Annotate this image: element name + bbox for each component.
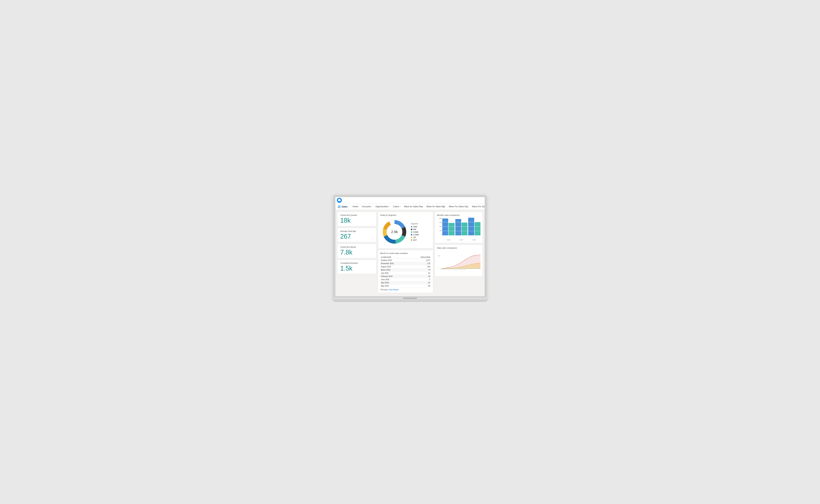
completed-activities-card: Completed Activities 1.5k <box>337 260 376 274</box>
svg-text:1: 1 <box>440 269 441 270</box>
nav-item-wave-ops[interactable]: Wave For Sales Ops <box>447 204 470 210</box>
smb-dot <box>411 226 412 227</box>
legend-item-ent: ENT <box>411 239 419 241</box>
chevron-down-icon: ▾ <box>371 206 372 207</box>
donut-legend: Segment SMB MM ESMB <box>411 223 419 241</box>
svg-text:19: 19 <box>455 269 456 270</box>
bar-chart-wrapper: 0 200 400 600 800 <box>437 218 480 241</box>
nav-items: Home Accounts ▾ Opportunities ▾ Cases ▾ … <box>351 204 487 210</box>
completed-activities-label: Completed Activities <box>340 262 373 264</box>
closed-month-card: Closed this Month 7.8k <box>337 244 376 258</box>
table-row: April 2016-37 <box>380 281 431 284</box>
nav-item-home[interactable]: Home <box>351 204 360 210</box>
completed-activities-value: 1.5k <box>340 265 373 272</box>
nav-item-opportunities[interactable]: Opportunities ▾ <box>374 204 391 210</box>
table-title: Month on month sales evolution <box>380 252 431 254</box>
table-row: February 201632 <box>380 275 431 278</box>
area-chart-card: Daily sales comparison 5M 0 <box>435 245 483 277</box>
cloud-icon <box>338 199 341 201</box>
legend-item-smb: SMB <box>411 226 419 228</box>
legend-title: Segment <box>411 223 419 225</box>
svg-text:23: 23 <box>459 269 460 270</box>
svg-text:15: 15 <box>452 269 453 270</box>
area-chart-svg: 5M 0 <box>437 250 480 274</box>
svg-text:3: 3 <box>442 269 443 270</box>
closed-quarter-card: Closed this Quarter 18k <box>337 212 376 226</box>
y-axis: 0 200 400 600 800 <box>437 218 442 235</box>
legend-item-comm: COMM <box>411 234 419 236</box>
laptop-base <box>332 298 488 302</box>
esmb-dot <box>411 231 412 233</box>
nav-item-accounts[interactable]: Accounts ▾ <box>360 204 374 210</box>
table-row: June 20165 <box>380 278 431 281</box>
gb-dot <box>411 237 412 238</box>
bar-chart-area: 0 200 400 600 800 <box>437 218 480 239</box>
top-bar <box>335 197 485 204</box>
nav-item-wave-mgr[interactable]: Wave for Sales Mgr <box>425 204 447 210</box>
view-report-link[interactable]: View Report <box>389 289 399 291</box>
x-labels: 2016 2017 2018 <box>437 239 480 241</box>
table-row: November 2016178 <box>380 262 431 265</box>
table-row: July 201643 <box>380 272 431 275</box>
donut-title: Deals by Segment <box>380 214 431 216</box>
salesforce-logo <box>337 198 342 203</box>
grid-lines <box>442 218 480 235</box>
ent-dot <box>411 239 412 241</box>
nav-item-wave-exec[interactable]: Wave For Sales Exec <box>470 204 487 210</box>
area-chart-title: Daily sales comparison <box>437 247 480 249</box>
avg-deal-age-label: Average Deal Age <box>340 230 373 232</box>
svg-text:5M: 5M <box>438 255 440 256</box>
kpi-column: Closed this Quarter 18k Average Deal Age… <box>337 212 376 293</box>
col3: Monthly sales comparison 0 200 400 600 8… <box>435 212 483 293</box>
col2: Deals by Segment <box>378 212 433 293</box>
table-row: March 201674 <box>380 268 431 272</box>
grid-icon <box>338 205 340 208</box>
svg-text:21: 21 <box>457 269 458 270</box>
svg-text:17: 17 <box>453 269 454 270</box>
closed-quarter-value: 18k <box>340 217 373 224</box>
legend-item-mm: MM <box>411 228 419 230</box>
mm-dot <box>411 229 412 230</box>
donut-center-value: 2.9k <box>391 230 398 234</box>
table-footer: This year | View Report <box>380 289 431 291</box>
nav-item-wave-rep[interactable]: Wave for Sales Rep <box>402 204 425 210</box>
dashboard: Closed this Quarter 18k Average Deal Age… <box>335 210 485 296</box>
sales-table: CLOSE DATE EVOLUTION October 20161,372No… <box>380 256 431 288</box>
svg-text:27: 27 <box>462 269 463 270</box>
svg-text:29: 29 <box>464 269 465 270</box>
laptop-wrapper: Sales Home Accounts ▾ Opportunities ▾ Ca… <box>330 191 490 313</box>
comm-dot <box>411 234 412 235</box>
closed-quarter-label: Closed this Quarter <box>340 214 373 216</box>
nav-bar: Sales Home Accounts ▾ Opportunities ▾ Ca… <box>335 204 485 210</box>
svg-text:25: 25 <box>460 269 462 270</box>
table-card: Month on month sales evolution CLOSE DAT… <box>378 250 433 293</box>
donut-content: 2.9k Segment SMB MM <box>380 218 431 246</box>
legend-item-esmb: ESMB <box>411 231 419 233</box>
avg-deal-age-card: Average Deal Age 267 <box>337 228 376 242</box>
app-name: Sales <box>337 204 349 210</box>
col-date-header: CLOSE DATE <box>380 256 409 259</box>
closed-month-value: 7.8k <box>340 249 373 256</box>
svg-text:13: 13 <box>450 269 451 270</box>
donut-chart: 2.9k <box>380 218 409 246</box>
svg-text:11: 11 <box>448 269 449 270</box>
bar-chart-title: Monthly sales comparison <box>437 214 480 216</box>
svg-text:5: 5 <box>444 269 444 270</box>
chevron-down-icon: ▾ <box>389 206 389 207</box>
area-chart-wrapper: 5M 0 <box>437 250 480 274</box>
chevron-down-icon: ▾ <box>400 206 400 207</box>
donut-chart-card: Deals by Segment <box>378 212 433 248</box>
legend-item-gb: GB <box>411 236 419 238</box>
svg-text:0: 0 <box>438 268 439 269</box>
bar-chart-card: Monthly sales comparison 0 200 400 600 8… <box>435 212 483 243</box>
svg-text:9: 9 <box>447 269 447 270</box>
svg-text:7: 7 <box>445 269 446 270</box>
nav-item-cases[interactable]: Cases ▾ <box>391 204 402 210</box>
avg-deal-age-value: 267 <box>340 233 373 240</box>
laptop-screen: Sales Home Accounts ▾ Opportunities ▾ Ca… <box>333 195 487 298</box>
table-row: August 2016149 <box>380 265 431 268</box>
table-row: May 2016-59 <box>380 284 431 288</box>
table-row: October 20161,372 <box>380 259 431 262</box>
col-evolution-header: EVOLUTION <box>409 256 431 259</box>
closed-month-label: Closed this Month <box>340 246 373 248</box>
